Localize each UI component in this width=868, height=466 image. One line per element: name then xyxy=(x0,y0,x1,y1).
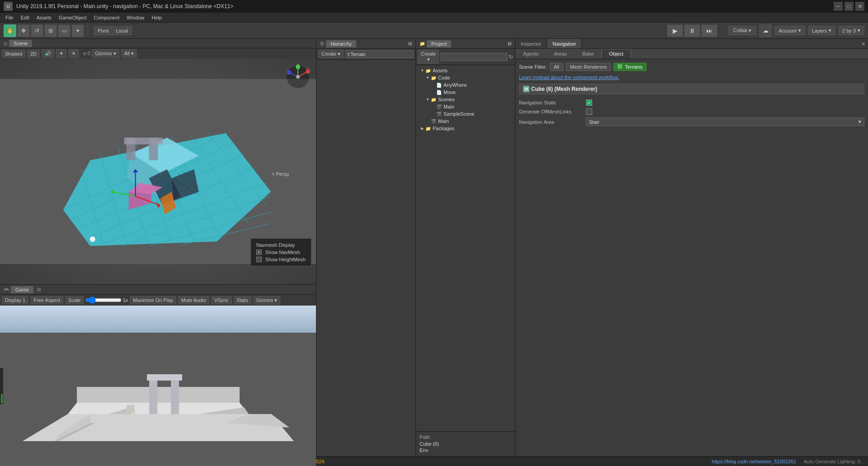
pivot-button[interactable]: Pivot xyxy=(94,27,112,35)
code-folder-icon: 📁 xyxy=(430,75,437,81)
path-section: Path: Cube (6) Env xyxy=(416,431,515,456)
maximize-on-play-button[interactable]: Maximize On Play xyxy=(130,296,176,304)
account-arrow: ▾ xyxy=(798,28,801,33)
svg-text:Y: Y xyxy=(297,63,300,67)
svg-point-50 xyxy=(296,75,300,79)
account-button[interactable]: Account ▾ xyxy=(774,26,805,35)
all-filter-button[interactable]: All ▾ xyxy=(121,49,137,58)
svg-rect-58 xyxy=(147,374,182,381)
menu-component[interactable]: Component xyxy=(90,13,123,23)
scene-filter-label: Scene Filter: xyxy=(519,64,547,70)
layout-button[interactable]: 2 by 3 ▾ xyxy=(838,26,864,35)
status-link[interactable]: https://blog.csdn.net/weixin_51002261 xyxy=(712,459,796,464)
assets-root[interactable]: ▼ 📁 Assets xyxy=(418,67,513,74)
menu-edit[interactable]: Edit xyxy=(17,13,33,23)
game-tab[interactable]: Game xyxy=(11,286,33,293)
layout-label: 2 by 3 xyxy=(842,28,856,33)
inspector-tab[interactable]: Inspector xyxy=(515,39,547,48)
code-folder[interactable]: ▼ 📁 Code xyxy=(423,74,513,81)
mute-audio-button[interactable]: Mute Audio xyxy=(178,296,209,304)
rect-tool[interactable]: ▭ xyxy=(58,24,71,37)
cloud-button[interactable]: ☁ xyxy=(759,24,772,37)
scenes-folder[interactable]: ▼ 📁 Scenes xyxy=(423,96,513,103)
project-panel-menu[interactable]: ⊟ xyxy=(508,41,511,46)
svg-text:< Persp: < Persp xyxy=(272,172,289,177)
menu-assets[interactable]: Assets xyxy=(33,13,55,23)
move-item[interactable]: 📄 Move xyxy=(429,89,513,96)
show-heightmesh-checkbox[interactable] xyxy=(256,257,262,262)
nav-tab-areas[interactable]: Areas xyxy=(546,49,575,59)
project-tab[interactable]: Project xyxy=(427,40,451,47)
scenes-label: Scenes xyxy=(438,97,455,102)
rotate-tool[interactable]: ↺ xyxy=(31,24,43,37)
menu-file[interactable]: File xyxy=(2,13,17,23)
main-standalone-item[interactable]: 🎬 Main xyxy=(423,118,513,125)
minimize-button[interactable]: ─ xyxy=(834,2,843,11)
generate-offmeshlinks-value xyxy=(586,108,864,115)
hierarchy-search-wrapper xyxy=(345,50,414,58)
project-create-button[interactable]: Create ▾ xyxy=(418,50,439,64)
game-gizmos-button[interactable]: Gizmos ▾ xyxy=(253,296,280,305)
maximize-button[interactable]: □ xyxy=(844,2,854,11)
navigation-static-checkbox[interactable] xyxy=(586,99,592,106)
fx-button[interactable]: ✦ xyxy=(56,49,66,58)
pause-button[interactable]: ⏸ xyxy=(684,24,700,37)
collab-button[interactable]: Collab ▾ xyxy=(728,26,756,35)
close-button[interactable]: ✕ xyxy=(855,2,864,11)
hand-tool[interactable]: ✋ xyxy=(4,24,16,37)
navigation-tab[interactable]: Navigation xyxy=(547,39,582,48)
show-navmesh-checkbox[interactable] xyxy=(256,249,262,255)
navigation-area-dropdown[interactable]: Stair ▾ xyxy=(586,118,864,126)
move-tool[interactable]: ✥ xyxy=(17,24,30,37)
scale-slider[interactable] xyxy=(85,297,122,304)
nav-tab-bake[interactable]: Bake xyxy=(575,49,601,59)
svg-marker-55 xyxy=(77,387,240,403)
info-link[interactable]: Learn instead about the component workfl… xyxy=(519,75,864,80)
scene-3d-view[interactable]: < Persp X xyxy=(0,59,316,284)
scene-lighting-button[interactable]: ☀ xyxy=(68,49,79,58)
anywhere-label: AnyWhere xyxy=(443,82,467,88)
inspector-close-button[interactable]: ✕ xyxy=(858,39,868,49)
audio-button[interactable]: 🔊 xyxy=(42,49,54,58)
packages-root[interactable]: ▶ 📁 Packages xyxy=(418,125,513,132)
mesh-renderers-filter-button[interactable]: Mesh Renderers xyxy=(566,63,611,71)
scene-tab[interactable]: Scene xyxy=(9,40,32,47)
play-button[interactable]: ▶ xyxy=(667,24,683,37)
hierarchy-panel-menu[interactable]: ⊟ xyxy=(408,41,412,46)
display-dropdown[interactable]: Display 1 xyxy=(2,296,28,304)
project-search-input[interactable] xyxy=(441,53,508,61)
show-navmesh-row: Show NavMesh xyxy=(256,249,306,255)
menu-window[interactable]: Window xyxy=(123,13,148,23)
local-button[interactable]: Local xyxy=(112,27,131,35)
all-filter-button[interactable]: All xyxy=(550,63,563,71)
component-header: M Cube (6) (Mesh Renderer) xyxy=(519,84,864,94)
hierarchy-search-input[interactable] xyxy=(345,50,414,58)
sample-scene-item[interactable]: 🎬 SampleScene xyxy=(429,110,513,118)
hierarchy-tab[interactable]: Hierarchy xyxy=(326,40,356,47)
aspect-dropdown[interactable]: Free Aspect xyxy=(30,296,63,304)
scale-tool[interactable]: ⊞ xyxy=(44,24,57,37)
shading-dropdown[interactable]: Shaded xyxy=(2,50,25,58)
toolbar: ✋ ✥ ↺ ⊞ ▭ ✦ Pivot Local ▶ ⏸ ⏭ Collab ▾ ☁… xyxy=(0,23,868,39)
gizmos-button[interactable]: Gizmos ▾ xyxy=(92,49,119,58)
hierarchy-panel-header: ☰ Hierarchy ⊟ xyxy=(316,39,415,49)
hierarchy-create-button[interactable]: Create ▾ xyxy=(318,50,344,58)
nav-tab-agents[interactable]: Agents xyxy=(515,49,546,59)
main-scene-item[interactable]: 🎬 Main xyxy=(429,103,513,110)
anywhere-item[interactable]: 📄 AnyWhere xyxy=(429,81,513,89)
menu-help[interactable]: Help xyxy=(148,13,165,23)
layers-button[interactable]: Layers ▾ xyxy=(808,26,835,35)
nav-tab-object[interactable]: Object xyxy=(601,49,631,59)
terrains-filter-button[interactable]: Terrains xyxy=(613,63,646,71)
generate-offmeshlinks-checkbox[interactable] xyxy=(586,108,592,115)
menu-gameobject[interactable]: GameObject xyxy=(55,13,90,23)
svg-text:Z: Z xyxy=(287,67,289,71)
project-refresh-button[interactable]: ↻ xyxy=(508,54,514,60)
main-scene-icon: 🎬 xyxy=(436,104,442,110)
2d-button[interactable]: 2D xyxy=(27,50,40,58)
generate-offmeshlinks-label: Generate OffMeshLinks xyxy=(519,109,582,114)
stats-button[interactable]: Stats xyxy=(234,296,251,304)
vsync-button[interactable]: VSync xyxy=(211,296,232,304)
multi-tool[interactable]: ✦ xyxy=(71,24,84,37)
step-button[interactable]: ⏭ xyxy=(701,24,717,37)
